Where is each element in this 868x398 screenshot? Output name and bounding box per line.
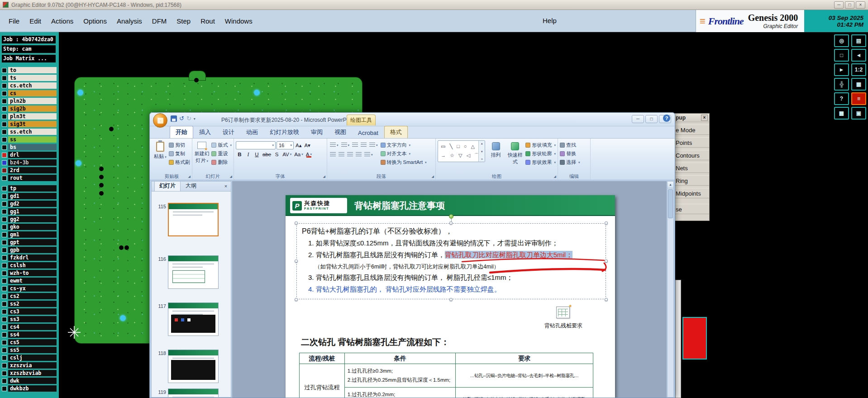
layer-item-ss5[interactable]: ss5: [8, 347, 57, 353]
layer-item-cs4[interactable]: cs4: [8, 324, 57, 330]
layer-indicator-fzkdrl[interactable]: [2, 255, 7, 260]
slide-thumbnail-115[interactable]: 115: [155, 203, 219, 236]
layer-indicator-cs.etch[interactable]: [2, 83, 7, 88]
resize-handle[interactable]: [295, 221, 298, 225]
slide-scrollbar[interactable]: ▲: [667, 181, 674, 398]
close-button[interactable]: ×: [856, 1, 865, 9]
ppt-tab-6[interactable]: 审阅: [305, 126, 329, 138]
layer-indicator-cs[interactable]: [2, 91, 7, 96]
layer-indicator-cslj[interactable]: [2, 355, 7, 360]
layer-item-ss2[interactable]: ss2: [8, 301, 57, 307]
delete-slide-button[interactable]: 删除: [211, 159, 232, 166]
resize-handle[interactable]: [295, 298, 298, 301]
menu-windows[interactable]: Windows: [220, 15, 258, 27]
layer-indicator-gpb[interactable]: [2, 248, 7, 253]
panel-close-icon[interactable]: ×: [223, 183, 229, 189]
shape-fill-button[interactable]: 形状填充▾: [525, 142, 556, 149]
layer-indicator-gd1[interactable]: [2, 194, 7, 199]
help-icon[interactable]: ?: [834, 92, 849, 105]
office-button[interactable]: [153, 113, 167, 128]
new-slide-button[interactable]: 新建幻灯片▾: [194, 140, 210, 164]
layer-indicator-sig3t[interactable]: [2, 122, 7, 127]
layer-indicator-gg2[interactable]: [2, 217, 7, 222]
menu-dfm[interactable]: DFM: [147, 15, 172, 27]
bullets-button[interactable]: ▾: [329, 141, 339, 149]
layer-item-fzkdrl[interactable]: fzkdrl: [8, 254, 57, 261]
layer-indicator-gm1[interactable]: [2, 232, 7, 237]
align-text-button[interactable]: 对齐文本▾: [381, 150, 427, 157]
resize-handle[interactable]: [605, 259, 608, 263]
layer-indicator-gd2[interactable]: [2, 201, 7, 206]
paragraph-dialog-launcher[interactable]: ◢: [432, 175, 434, 178]
cut-button[interactable]: 剪切: [169, 142, 190, 149]
layer-item-bs[interactable]: bs: [8, 144, 57, 150]
layer-item-gm1[interactable]: gm1: [8, 231, 57, 238]
shapes-gallery[interactable]: ▭ ╲ □ ○ △ ◇ → ☆ ▽ ◁ ⌒ ▴▾≡: [438, 140, 485, 162]
layer-indicator-ss[interactable]: [2, 137, 7, 142]
italic-button[interactable]: I: [244, 150, 252, 158]
job-matrix-button[interactable]: Job Matrix ...: [2, 55, 56, 62]
popup-close-icon[interactable]: ×: [701, 115, 708, 121]
ppt-minimize-button[interactable]: ─: [632, 115, 644, 123]
ppt-tab-2[interactable]: 插入: [193, 126, 217, 138]
layout-button[interactable]: 版式▾: [211, 142, 232, 149]
ppt-restore-button[interactable]: □: [645, 115, 658, 123]
layer-item-tp[interactable]: tp: [8, 185, 57, 192]
layer-item-ss.etch[interactable]: ss.etch: [8, 129, 57, 135]
layer-indicator-ss.etch[interactable]: [2, 129, 7, 134]
ppt-tab-9[interactable]: 格式: [384, 126, 408, 138]
layer-indicator-pln2b[interactable]: [2, 99, 7, 104]
layer-item-cs[interactable]: cs: [8, 90, 57, 96]
font-dialog-launcher[interactable]: ◢: [323, 175, 325, 178]
layer-indicator-dwkbzb[interactable]: [2, 386, 7, 391]
layer-item-gko[interactable]: gko: [8, 224, 57, 230]
resize-handle[interactable]: [449, 298, 453, 301]
minimize-button[interactable]: ─: [834, 1, 844, 9]
shapes-gallery-scroll[interactable]: ▴▾≡: [478, 141, 485, 162]
character-spacing-button[interactable]: AV▾: [281, 150, 292, 158]
slide-thumbnail-119[interactable]: 119: [155, 388, 219, 398]
layer-item-cs.etch[interactable]: cs.etch: [8, 82, 57, 89]
layer-item-sig2b[interactable]: sig2b: [8, 105, 57, 112]
redo-icon[interactable]: ↻: [186, 115, 191, 122]
menu-edit[interactable]: Edit: [24, 15, 46, 27]
select-button[interactable]: 选择▾: [560, 159, 588, 166]
text-shadow-button[interactable]: S: [273, 150, 281, 158]
layer-item-bz4-3b[interactable]: bz4-3b: [8, 159, 57, 166]
ppt-tab-7[interactable]: 视图: [329, 126, 352, 138]
layer-item-to[interactable]: to: [8, 67, 57, 73]
ppt-tab-1[interactable]: 开始: [170, 126, 193, 138]
layer-item-rout[interactable]: rout: [8, 175, 57, 181]
layer-item-dwkbzb[interactable]: dwkbzb: [8, 385, 57, 392]
layer-indicator-xzszvia[interactable]: [2, 363, 7, 368]
slide-thumbnail-116[interactable]: 116: [155, 255, 219, 289]
undo-icon[interactable]: ↺: [179, 115, 184, 122]
layer-item-cs3[interactable]: cs3: [8, 308, 57, 315]
layer-item-pln3t[interactable]: pln3t: [8, 113, 57, 120]
shrink-font-button[interactable]: A▾: [303, 142, 311, 149]
clipboard-dialog-launcher[interactable]: ◢: [188, 175, 191, 178]
step-label[interactable]: Step: cam: [2, 45, 56, 53]
layer-indicator-xzszbzviab[interactable]: [2, 371, 7, 376]
menu-options[interactable]: Options: [78, 15, 112, 27]
underline-button[interactable]: U: [253, 150, 261, 158]
layer-indicator-cs4[interactable]: [2, 325, 7, 330]
drawing-dialog-launcher[interactable]: ◢: [554, 175, 556, 178]
layer-item-gpb[interactable]: gpb: [8, 247, 57, 253]
convert-smartart-button[interactable]: 转换为 SmartArt▾: [381, 159, 427, 166]
panel-tab-2[interactable]: 大纲: [181, 181, 201, 191]
layer-indicator-ss3[interactable]: [2, 317, 7, 322]
menu-rout[interactable]: Rout: [196, 15, 220, 27]
layer-indicator-sig2b[interactable]: [2, 106, 7, 111]
layer-item-2rd[interactable]: 2rd: [8, 167, 57, 173]
layer-indicator-ss4[interactable]: [2, 332, 7, 337]
save-icon[interactable]: [171, 115, 177, 122]
layer-item-cslj[interactable]: cslj: [8, 355, 57, 361]
align-center-button[interactable]: [338, 151, 345, 158]
slide[interactable]: P 兴森快捷 FASTPRINT 背钻树脂塞孔注意事项: [286, 195, 615, 398]
copy-button[interactable]: 复制: [169, 150, 190, 157]
quick-styles-button[interactable]: 快速样式: [506, 140, 524, 165]
pan-left-icon[interactable]: ◄: [851, 49, 866, 62]
strikethrough-button[interactable]: abe: [262, 150, 272, 158]
arrange-button[interactable]: 排列: [487, 140, 505, 158]
